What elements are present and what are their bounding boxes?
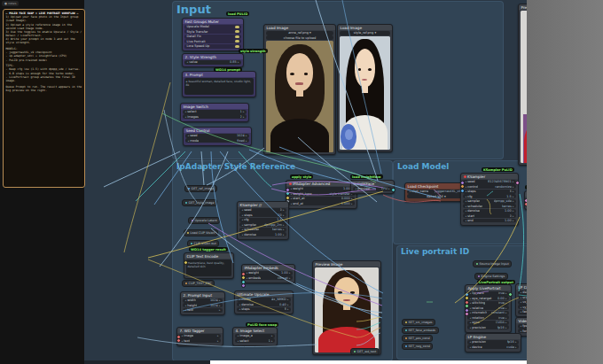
widget-row[interactable]: samplerdpmpp_sde — [463, 199, 516, 204]
widget-row[interactable]: style_ref.png ▾ — [340, 31, 390, 35]
widget-row[interactable]: denoise1.00 — [239, 232, 286, 236]
node-prompt-input-2[interactable]: 2. Prompt Inputwidth1024height1024text — [180, 291, 225, 315]
widget-row[interactable]: select1 — [183, 110, 247, 114]
reroute-pill[interactable]: SET_face_embeds — [402, 327, 439, 334]
widget-row[interactable]: text — [179, 338, 221, 343]
toggle-switch[interactable] — [235, 30, 239, 33]
node-title-bar-video-combine[interactable]: Video Combine — [516, 318, 527, 323]
node-ksampler-left[interactable]: KSampler //seed0steps20cfg1.5samplerdpmp… — [237, 201, 289, 240]
widget-row[interactable]: ckpt_namejuggernautXL_v9 — [407, 190, 466, 194]
reroute-pill[interactable]: CLIP Vision out — [187, 240, 219, 247]
widget-row[interactable]: choose file to upload — [266, 35, 333, 40]
widget-row[interactable]: weight1.00 — [244, 271, 293, 275]
widget-row[interactable]: images2 — [183, 114, 247, 119]
node-title-bar-clip-text-encode[interactable]: CLIP Text Encode — [184, 253, 233, 259]
widget-row[interactable]: precisionfp16 — [467, 340, 519, 345]
widget-row[interactable]: anne_ref.png ▾ — [266, 31, 333, 35]
node-title-bar-liveportrait-cropper[interactable]: LP Cropper — [516, 284, 527, 290]
widget-row[interactable]: precisionfp16 — [467, 325, 509, 329]
widget-row[interactable]: steps8 — [237, 307, 291, 312]
widget-row[interactable]: providerCPU — [353, 187, 392, 191]
node-load-checkpoint[interactable]: Load Checkpointckpt_namejuggernautXL_v9B… — [404, 182, 468, 202]
node-ksampler-pulid[interactable]: KSamplerseed812345678901controlrandomize… — [460, 173, 519, 226]
node-clip-text-encode[interactable]: CLIP Text Encodemasterpiece, best qualit… — [184, 252, 234, 279]
widget-row[interactable]: embedsconcat — [244, 275, 293, 280]
widget-row[interactable]: schedulerkarras — [463, 204, 516, 208]
reroute-pill[interactable]: GET_style_image — [182, 199, 217, 206]
widget-row[interactable]: mismatchconstant — [467, 311, 509, 315]
widget-row[interactable]: vx_ratio0.00 — [518, 300, 527, 305]
widget-row[interactable]: onnxCUDA — [467, 321, 509, 325]
widget-row[interactable]: steps20 — [239, 213, 286, 217]
widget-row[interactable]: weight1.00 — [288, 187, 355, 191]
toggle-row[interactable]: Detail Fix — [184, 35, 241, 39]
toggle-switch[interactable] — [235, 45, 239, 48]
widget-row[interactable]: scale2.30 — [518, 295, 527, 299]
node-liveportrait-cropper[interactable]: LP Cropperdsize512scale2.30vx_ratio0.00v… — [515, 283, 527, 317]
widget-row[interactable]: eye_retarget0.00 — [467, 296, 509, 300]
widget-row[interactable]: Baked VAE ▾ — [407, 194, 466, 198]
widget-row[interactable]: image — [179, 334, 221, 338]
node-style-strength[interactable]: 2. Style Strengthvalue0.85 — [182, 53, 244, 67]
widget-row[interactable]: start_at0.000 — [288, 197, 355, 201]
widget-row[interactable]: seed0 — [239, 208, 286, 213]
toggle-switch[interactable] — [235, 40, 239, 43]
prompt-textarea[interactable]: masterpiece, best quality, detailed skin — [186, 259, 231, 276]
widget-row[interactable]: samplerdpmpp_2m — [239, 222, 286, 227]
widget-row[interactable]: stitchingtrue — [467, 301, 509, 306]
node-title-bar-preview-result-big[interactable]: Preview Image — [519, 4, 527, 10]
widget-row[interactable]: seed812345678901 — [463, 180, 516, 184]
reroute-pill[interactable]: SET_src_images — [402, 319, 435, 326]
reroute-pill[interactable]: Upscale Latent — [188, 217, 220, 224]
toggle-switch[interactable] — [235, 35, 239, 38]
node-title-bar-preview-result-small[interactable]: Preview Image — [313, 261, 380, 267]
widget-row[interactable]: seed1024 — [185, 134, 249, 138]
node-prompt[interactable]: 3. Prompta beautiful woman, detailed fac… — [182, 71, 256, 97]
toggle-switch[interactable] — [235, 26, 239, 28]
widget-row[interactable]: image_a — [235, 334, 275, 338]
node-insightface-loader[interactable]: InsightFaceproviderCPU — [350, 180, 395, 194]
reroute-pill[interactable]: Load CLIP Vision — [184, 229, 218, 236]
node-fast-muter[interactable]: Fast Groups MuterUpscale ModelStyle Tran… — [182, 18, 244, 51]
node-preview-result-big[interactable]: Preview Image — [518, 4, 527, 166]
widget-row[interactable]: fps25 — [518, 324, 527, 329]
widget-row[interactable]: steps6 — [463, 190, 516, 194]
widget-row[interactable]: value0.85 — [184, 60, 241, 65]
widget-row[interactable]: denoise1.00 — [463, 209, 516, 213]
widget-row[interactable]: controlrandomize — [463, 184, 516, 189]
widget-row[interactable]: modefixed — [185, 138, 249, 143]
node-preview-result-small[interactable]: Preview Image — [312, 260, 381, 355]
reroute-pill[interactable]: SET_neg_cond — [402, 343, 433, 350]
toggle-row[interactable]: Lora Speed-Up — [184, 44, 241, 49]
node-title-bar-prompt[interactable]: 3. Prompt — [183, 72, 255, 77]
widget-row[interactable]: weight_typestyle transfer — [288, 191, 355, 196]
node-image-select[interactable]: 4. Image Selectimage_aselect1 — [232, 327, 278, 346]
reroute-pill[interactable]: Source Image Input — [473, 260, 512, 267]
prompt-textarea[interactable]: a beautiful woman, detailed face, studio… — [184, 78, 254, 95]
widget-row[interactable]: end_at1.000 — [288, 201, 355, 205]
node-seed-control[interactable]: Seed Controlseed1024modefixed — [183, 127, 252, 146]
node-load-image-face[interactable]: Load Imageanne_ref.png ▾choose file to u… — [263, 24, 336, 155]
widget-row[interactable]: height1024 — [183, 303, 223, 307]
widget-row[interactable]: text — [183, 308, 223, 313]
widget-row[interactable]: schedulerkarras — [239, 228, 286, 232]
widget-row[interactable]: width1024 — [183, 298, 223, 303]
node-lp-engine[interactable]: LP Engineprecisionfp16devicecuda — [465, 333, 521, 352]
toggle-row[interactable]: Style Transfer — [184, 29, 241, 34]
widget-row[interactable]: rotationtrue — [467, 315, 509, 320]
node-ipadapter-embeds[interactable]: IPAdapter Embedsweight1.00embedsconcat — [241, 264, 295, 283]
reroute-pill[interactable]: GET_ref_image — [184, 185, 217, 192]
workflow-note[interactable]: — PULID FACE SWAP + LIVE PORTRAIT WORKFL… — [3, 9, 85, 188]
node-image-switch[interactable]: Image Switchselect1images2 — [180, 103, 249, 122]
node-ultimate-upscale[interactable]: Ultimate Upscalemodel4x_NMKDdenoise0.40s… — [234, 290, 294, 314]
toggle-row[interactable]: Upscale Model — [184, 25, 241, 29]
widget-row[interactable]: dsize512 — [518, 290, 527, 295]
widget-row[interactable]: denoise0.40 — [237, 302, 291, 306]
widget-row[interactable]: cfg1.5 — [463, 194, 516, 198]
reroute-pill[interactable]: GET_wd_text — [350, 348, 380, 355]
node-load-image-style[interactable]: Load Imagestyle_ref.png ▾ — [337, 24, 393, 152]
node-ipadapter-advanced[interactable]: IPAdapter Advancedweight1.00weight_types… — [286, 180, 357, 209]
reroute-pill[interactable]: Engine Settings — [474, 273, 508, 280]
widget-row[interactable]: vy_ratio-0.125 — [518, 305, 527, 309]
node-wd-tagger[interactable]: 7. WD Taggerimagetext — [176, 327, 223, 346]
